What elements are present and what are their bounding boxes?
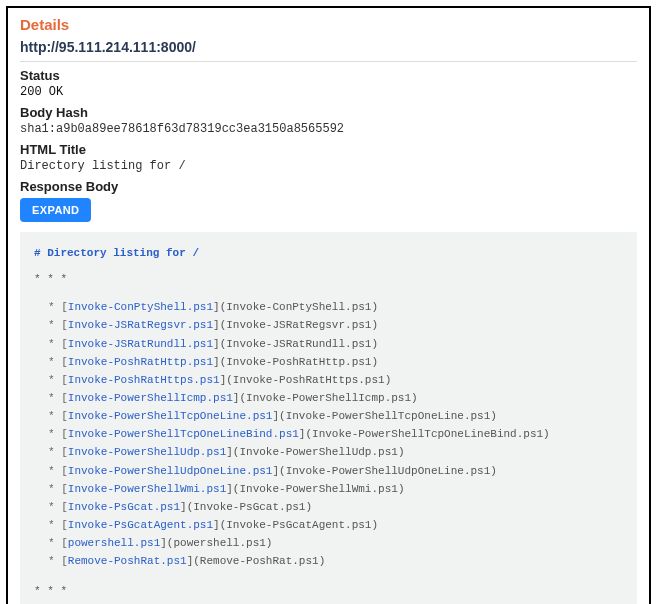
list-item: * [Invoke-PoshRatHttps.ps1](Invoke-PoshR… <box>48 371 623 389</box>
divider <box>20 61 637 62</box>
bullet: * [ <box>48 501 68 513</box>
list-item: * [Invoke-PsGcatAgent.ps1](Invoke-PsGcat… <box>48 516 623 534</box>
bullet: * [ <box>48 392 68 404</box>
body-hash-label: Body Hash <box>20 105 637 120</box>
listing-separator-top: * * * <box>34 270 623 288</box>
file-target: ](Invoke-PsGcat.ps1) <box>180 501 312 513</box>
bullet: * [ <box>48 519 68 531</box>
file-link[interactable]: Invoke-PsGcatAgent.ps1 <box>68 519 213 531</box>
file-target: ](Invoke-PoshRatHttps.ps1) <box>220 374 392 386</box>
file-link[interactable]: Invoke-PowerShellTcpOneLineBind.ps1 <box>68 428 299 440</box>
file-target: ](Invoke-PsGcatAgent.ps1) <box>213 519 378 531</box>
file-link[interactable]: Invoke-PowerShellTcpOneLine.ps1 <box>68 410 273 422</box>
file-link[interactable]: Invoke-PowerShellIcmp.ps1 <box>68 392 233 404</box>
bullet: * [ <box>48 446 68 458</box>
file-target: ](powershell.ps1) <box>160 537 272 549</box>
file-target: ](Invoke-ConPtyShell.ps1) <box>213 301 378 313</box>
expand-button[interactable]: EXPAND <box>20 198 91 222</box>
status-value: 200 OK <box>20 85 637 99</box>
file-link[interactable]: Invoke-PsGcat.ps1 <box>68 501 180 513</box>
file-target: ](Remove-PoshRat.ps1) <box>187 555 326 567</box>
body-hash-value: sha1:a9b0a89ee78618f63d78319cc3ea3150a85… <box>20 122 637 136</box>
list-item: * [Invoke-ConPtyShell.ps1](Invoke-ConPty… <box>48 298 623 316</box>
file-link[interactable]: Remove-PoshRat.ps1 <box>68 555 187 567</box>
list-item: * [Invoke-PowerShellTcpOneLine.ps1](Invo… <box>48 407 623 425</box>
file-link[interactable]: Invoke-ConPtyShell.ps1 <box>68 301 213 313</box>
html-title-label: HTML Title <box>20 142 637 157</box>
list-item: * [Invoke-JSRatRegsvr.ps1](Invoke-JSRatR… <box>48 316 623 334</box>
file-link[interactable]: Invoke-PowerShellWmi.ps1 <box>68 483 226 495</box>
file-link[interactable]: Invoke-JSRatRegsvr.ps1 <box>68 319 213 331</box>
details-url: http://95.111.214.111:8000/ <box>20 39 637 55</box>
file-link[interactable]: Invoke-PoshRatHttps.ps1 <box>68 374 220 386</box>
bullet: * [ <box>48 356 68 368</box>
bullet: * [ <box>48 483 68 495</box>
file-target: ](Invoke-PoshRatHttp.ps1) <box>213 356 378 368</box>
bullet: * [ <box>48 374 68 386</box>
list-item: * [Invoke-PowerShellUdp.ps1](Invoke-Powe… <box>48 443 623 461</box>
file-target: ](Invoke-PowerShellTcpOneLineBind.ps1) <box>299 428 550 440</box>
file-link[interactable]: Invoke-PoshRatHttp.ps1 <box>68 356 213 368</box>
list-item: * [Invoke-PowerShellIcmp.ps1](Invoke-Pow… <box>48 389 623 407</box>
bullet: * [ <box>48 410 68 422</box>
file-target: ](Invoke-PowerShellUdpOneLine.ps1) <box>272 465 496 477</box>
list-item: * [Invoke-JSRatRundll.ps1](Invoke-JSRatR… <box>48 335 623 353</box>
bullet: * [ <box>48 428 68 440</box>
response-body-label: Response Body <box>20 179 637 194</box>
list-item: * [Remove-PoshRat.ps1](Remove-PoshRat.ps… <box>48 552 623 570</box>
file-target: ](Invoke-JSRatRegsvr.ps1) <box>213 319 378 331</box>
file-target: ](Invoke-JSRatRundll.ps1) <box>213 338 378 350</box>
list-item: * [powershell.ps1](powershell.ps1) <box>48 534 623 552</box>
response-body-code: # Directory listing for / * * * * [Invok… <box>20 232 637 604</box>
list-item: * [Invoke-PoshRatHttp.ps1](Invoke-PoshRa… <box>48 353 623 371</box>
bullet: * [ <box>48 301 68 313</box>
file-link[interactable]: Invoke-PowerShellUdp.ps1 <box>68 446 226 458</box>
file-target: ](Invoke-PowerShellTcpOneLine.ps1) <box>272 410 496 422</box>
file-link[interactable]: Invoke-JSRatRundll.ps1 <box>68 338 213 350</box>
file-target: ](Invoke-PowerShellUdp.ps1) <box>226 446 404 458</box>
file-target: ](Invoke-PowerShellWmi.ps1) <box>226 483 404 495</box>
listing-heading: # Directory listing for / <box>34 244 623 262</box>
details-panel: Details http://95.111.214.111:8000/ Stat… <box>6 6 651 604</box>
bullet: * [ <box>48 555 68 567</box>
file-target: ](Invoke-PowerShellIcmp.ps1) <box>233 392 418 404</box>
bullet: * [ <box>48 338 68 350</box>
list-item: * [Invoke-PowerShellWmi.ps1](Invoke-Powe… <box>48 480 623 498</box>
status-label: Status <box>20 68 637 83</box>
listing-separator-bottom: * * * <box>34 582 623 600</box>
directory-listing: * [Invoke-ConPtyShell.ps1](Invoke-ConPty… <box>34 298 623 570</box>
details-title: Details <box>20 16 637 33</box>
bullet: * [ <box>48 465 68 477</box>
list-item: * [Invoke-PowerShellUdpOneLine.ps1](Invo… <box>48 462 623 480</box>
file-link[interactable]: Invoke-PowerShellUdpOneLine.ps1 <box>68 465 273 477</box>
list-item: * [Invoke-PowerShellTcpOneLineBind.ps1](… <box>48 425 623 443</box>
file-link[interactable]: powershell.ps1 <box>68 537 160 549</box>
bullet: * [ <box>48 537 68 549</box>
list-item: * [Invoke-PsGcat.ps1](Invoke-PsGcat.ps1) <box>48 498 623 516</box>
html-title-value: Directory listing for / <box>20 159 637 173</box>
bullet: * [ <box>48 319 68 331</box>
